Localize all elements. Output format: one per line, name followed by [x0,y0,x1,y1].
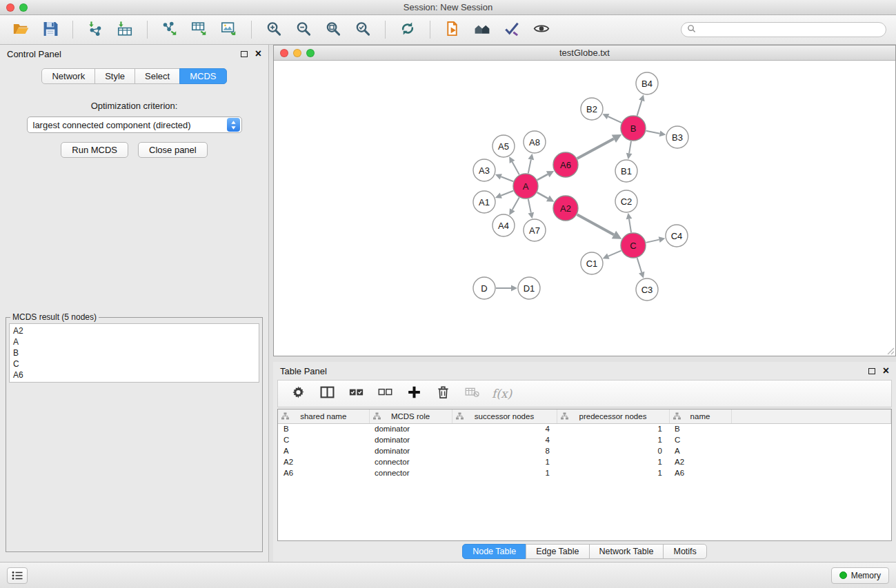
network-node-B[interactable]: B [621,116,646,141]
close-panel-button[interactable]: Close panel [138,142,208,158]
tab-network-table[interactable]: Network Table [589,544,664,559]
folder-open-button[interactable] [7,18,34,41]
save-button[interactable] [37,18,64,41]
tab-node-table[interactable]: Node Table [462,544,526,559]
refresh-button[interactable] [394,18,421,41]
table-cell[interactable]: 1 [452,456,557,467]
network-edge-C-C4[interactable] [646,236,666,243]
home-button[interactable] [468,18,496,41]
table-cell[interactable]: 1 [557,467,669,478]
table-cell[interactable]: 8 [452,445,557,456]
column-header[interactable]: shared name [278,409,369,423]
table-cell[interactable]: C [278,434,369,445]
network-edge-B-B2[interactable] [602,114,621,123]
table-row[interactable]: Bdominator41B [278,423,891,434]
table-cell[interactable]: 1 [557,434,669,445]
network-edge-C-C3[interactable] [637,258,645,278]
table-cell[interactable]: B [278,423,369,434]
search-input[interactable] [699,25,880,34]
table-row[interactable]: Adominator80A [278,445,891,456]
table-row[interactable]: A6connector11A6 [278,467,891,478]
float-panel-icon[interactable] [241,51,248,57]
optimization-criterion-select[interactable]: largest connected component (directed) [27,116,242,133]
network-canvas[interactable]: B4B2BB3A5A8A6A3B1AA1C2A2A4A7C4CC1C3DD1 [274,61,895,356]
tab-edge-table[interactable]: Edge Table [526,544,589,559]
network-node-B3[interactable]: B3 [666,126,688,148]
tab-mcds[interactable]: MCDS [179,68,226,84]
minimize-network-icon[interactable] [293,49,301,57]
network-edge-A-A6[interactable] [537,171,554,180]
table-cell[interactable]: A2 [669,456,731,467]
table-cell[interactable]: 4 [452,423,557,434]
zoom-network-icon[interactable] [306,49,315,57]
network-edge-A-A4[interactable] [509,198,519,216]
network-edge-A-A1[interactable] [495,191,513,199]
export-network-button[interactable] [156,18,183,41]
network-edge-C-C1[interactable] [603,251,621,259]
network-node-B2[interactable]: B2 [581,98,603,120]
table-row[interactable]: A2connector11A2 [278,456,891,467]
add-row-button[interactable] [405,385,423,403]
eye-button[interactable] [528,18,555,41]
network-node-A5[interactable]: A5 [492,135,515,157]
export-table-button[interactable] [186,18,213,41]
network-node-B1[interactable]: B1 [615,160,637,182]
table-cell[interactable]: A6 [278,467,369,478]
network-edge-A6-B[interactable] [577,134,622,159]
network-edge-C-C2[interactable] [626,213,633,232]
network-node-C[interactable]: C [621,233,646,258]
split-columns-button[interactable] [318,385,336,403]
table-cell[interactable]: 1 [557,456,669,467]
network-node-A[interactable]: A [513,174,538,199]
network-node-A2[interactable]: A2 [553,196,578,221]
table-cell[interactable]: A [669,445,731,456]
close-panel-icon[interactable]: × [255,50,261,58]
share-document-button[interactable] [439,18,466,41]
network-node-D1[interactable]: D1 [518,277,540,299]
column-header[interactable]: predecessor nodes [557,409,669,423]
network-edge-A-A5[interactable] [509,156,519,174]
network-node-C1[interactable]: C1 [581,252,603,274]
zoom-in-button[interactable] [260,18,288,41]
function-builder-icon[interactable]: f(x) [492,387,512,401]
network-node-A3[interactable]: A3 [473,159,495,181]
zoom-selected-button[interactable] [349,18,377,41]
style-check-button[interactable] [498,18,526,41]
tab-style[interactable]: Style [94,68,135,84]
network-node-A1[interactable]: A1 [473,191,495,213]
zoom-window-icon[interactable] [19,3,28,12]
table-row[interactable]: Cdominator41C [278,434,891,445]
network-edge-B-B4[interactable] [637,94,645,116]
table-cell[interactable]: C [669,434,731,445]
network-edge-A-A7[interactable] [528,199,535,219]
run-mcds-button[interactable]: Run MCDS [61,142,128,158]
table-cell[interactable]: connector [369,456,452,467]
network-node-C4[interactable]: C4 [666,225,688,247]
table-cell[interactable]: B [669,423,731,434]
table-cell[interactable]: A6 [669,467,731,478]
tab-network[interactable]: Network [41,68,95,84]
table-cell[interactable]: A [278,445,369,456]
network-edge-A-A8[interactable] [528,154,535,174]
network-node-C2[interactable]: C2 [615,190,637,212]
table-cell[interactable]: 1 [452,467,557,478]
import-network-button[interactable] [81,18,109,41]
table-cell[interactable]: connector [369,467,452,478]
network-edge-A-A2[interactable] [537,192,555,202]
table-cell[interactable]: 4 [452,434,557,445]
table-cell[interactable]: 0 [557,445,669,456]
table-cell[interactable]: 1 [557,423,669,434]
network-edge-D-D1[interactable] [496,285,517,292]
task-history-button[interactable] [7,567,28,584]
delete-row-button[interactable] [434,385,452,403]
memory-button[interactable]: Memory [831,567,889,584]
float-table-panel-icon[interactable] [868,368,875,374]
search-field[interactable] [681,22,886,37]
export-image-button[interactable] [215,18,243,41]
network-edge-A-A3[interactable] [495,174,513,181]
network-node-A8[interactable]: A8 [524,131,546,153]
network-node-A7[interactable]: A7 [524,219,546,241]
close-table-panel-icon[interactable]: × [883,367,889,375]
table-cell[interactable]: A2 [278,456,369,467]
select-all-button[interactable] [347,385,365,403]
